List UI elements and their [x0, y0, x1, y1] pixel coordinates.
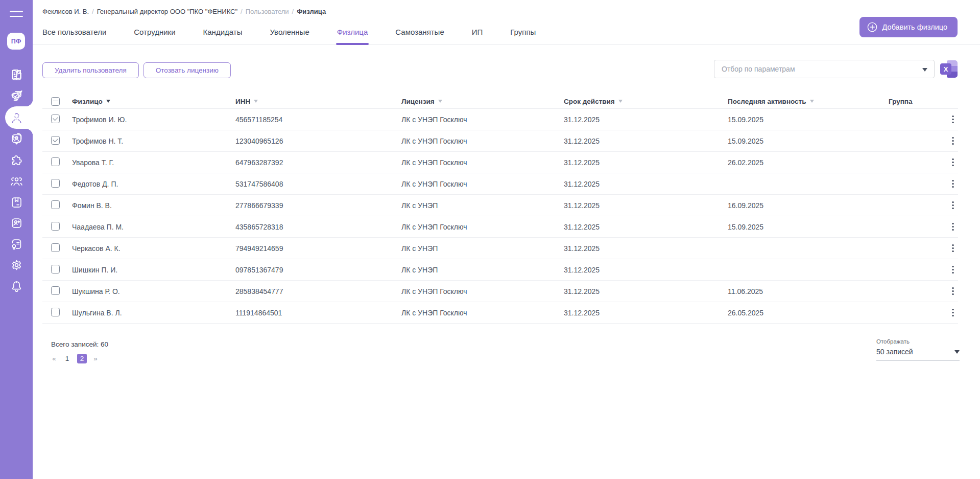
tab-groups[interactable]: Группы	[510, 28, 536, 44]
add-individual-button[interactable]: Добавить физлицо	[859, 17, 958, 37]
next-page-button[interactable]: »	[92, 355, 99, 362]
row-menu-button[interactable]	[949, 156, 957, 168]
row-checkbox[interactable]	[51, 136, 60, 145]
breadcrumb-users[interactable]: Пользователи	[246, 8, 289, 15]
archive-icon	[10, 195, 23, 209]
cell-name: Трофимов Н. Т.	[72, 137, 235, 145]
cell-valid-until: 31.12.2025	[564, 158, 728, 167]
cell-valid-until: 31.12.2025	[564, 266, 728, 274]
excel-export-button[interactable]: X	[940, 60, 958, 78]
cell-inn: 111914864501	[235, 309, 401, 317]
tab-all-users[interactable]: Все пользователи	[42, 28, 106, 44]
breadcrumb-role[interactable]: Генеральный директор ООО "ПКО "ФЕНИКС"	[97, 8, 237, 15]
bell-icon	[10, 279, 23, 293]
row-checkbox[interactable]	[51, 157, 60, 166]
prev-page-button[interactable]: «	[51, 355, 57, 362]
cell-name: Фомин В. В.	[72, 201, 235, 210]
menu-icon[interactable]	[10, 8, 23, 19]
page-size-value: 50 записей	[876, 348, 913, 356]
cell-name: Уварова Т. Г.	[72, 158, 235, 167]
tab-ip[interactable]: ИП	[472, 28, 483, 44]
sort-arrow-icon	[618, 100, 623, 103]
sort-arrow-icon	[438, 100, 442, 103]
column-header-last-activity[interactable]: Последняя активность	[728, 98, 889, 105]
page-size-select[interactable]: Отображать 50 записей	[876, 338, 960, 361]
person-add-icon	[10, 216, 23, 230]
row-checkbox[interactable]	[51, 179, 60, 188]
row-menu-button[interactable]	[949, 221, 957, 233]
row-checkbox[interactable]	[51, 115, 60, 123]
cell-inn: 531747586408	[235, 180, 401, 188]
row-menu-button[interactable]	[949, 285, 957, 297]
row-checkbox[interactable]	[51, 200, 60, 209]
column-header-valid-until[interactable]: Срок действия	[564, 98, 728, 105]
filter-input[interactable]: Отбор по параметрам	[714, 60, 935, 78]
tab-dismissed[interactable]: Уволенные	[270, 28, 309, 44]
main-content: Феклисов И. В./Генеральный директор ООО …	[33, 0, 980, 479]
tab-candidates[interactable]: Кандидаты	[203, 28, 243, 44]
sort-arrow-icon	[106, 100, 110, 103]
page-button-1[interactable]: 1	[63, 354, 71, 363]
cell-name: Шульгина В. Л.	[72, 309, 235, 317]
cell-valid-until: 31.12.2025	[564, 287, 728, 295]
cell-inn: 456571185254	[235, 116, 401, 124]
table-row: Черкасов А. К. 794949214659 ЛК с УНЭП 31…	[42, 238, 958, 259]
cell-last-activity: 16.09.2025	[728, 201, 889, 210]
tab-individuals[interactable]: Физлица	[337, 28, 368, 44]
column-header-name[interactable]: Физлицо	[72, 98, 235, 105]
cell-license: ЛК с УНЭП Госключ	[401, 223, 564, 231]
row-checkbox[interactable]	[51, 286, 60, 295]
breadcrumb-user[interactable]: Феклисов И. В.	[42, 8, 89, 15]
cell-valid-until: 31.12.2025	[564, 244, 728, 253]
tab-bar: Все пользователи Сотрудники Кандидаты Ув…	[33, 0, 980, 45]
cell-license: ЛК с УНЭП Госключ	[401, 116, 564, 124]
cell-last-activity: 11.06.2025	[728, 287, 889, 295]
row-menu-button[interactable]	[949, 242, 957, 254]
tab-employees[interactable]: Сотрудники	[134, 28, 175, 44]
cell-license: ЛК с УНЭП Госключ	[401, 158, 564, 167]
table-row: Шульгина В. Л. 111914864501 ЛК с УНЭП Го…	[42, 302, 958, 324]
row-checkbox[interactable]	[51, 308, 60, 316]
total-records-label: Всего записей: 60	[51, 340, 108, 348]
cell-name: Шишкин П. И.	[72, 266, 235, 274]
row-checkbox[interactable]	[51, 222, 60, 231]
cell-last-activity: 15.09.2025	[728, 223, 889, 231]
row-checkbox[interactable]	[51, 265, 60, 273]
table-row: Фомин В. В. 277866679339 ЛК с УНЭП 31.12…	[42, 195, 958, 216]
sidebar-item-docs-help[interactable]	[0, 64, 33, 85]
sidebar-item-support[interactable]	[0, 85, 33, 106]
cell-valid-until: 31.12.2025	[564, 116, 728, 124]
row-menu-button[interactable]	[949, 264, 957, 276]
row-menu-button[interactable]	[949, 307, 957, 318]
cell-valid-until: 31.12.2025	[564, 201, 728, 210]
column-header-license[interactable]: Лицензия	[401, 98, 564, 105]
chevron-down-icon[interactable]	[922, 68, 927, 72]
page-button-2[interactable]: 2	[77, 354, 87, 363]
select-all-checkbox[interactable]	[51, 97, 60, 106]
revoke-license-button[interactable]: Отозвать лицензию	[144, 62, 231, 78]
row-menu-button[interactable]	[949, 135, 957, 147]
filter-placeholder: Отбор по параметрам	[722, 65, 795, 73]
users-table: Физлицо ИНН Лицензия Срок действия После…	[42, 94, 958, 324]
row-menu-button[interactable]	[949, 113, 957, 125]
tab-self-employed[interactable]: Самозанятые	[395, 28, 444, 44]
row-checkbox[interactable]	[51, 243, 60, 252]
row-menu-button[interactable]	[949, 199, 957, 211]
cell-license: ЛК с УНЭП	[401, 201, 564, 210]
chevron-down-icon	[954, 350, 960, 354]
cell-inn: 435865728318	[235, 223, 401, 231]
cell-license: ЛК с УНЭП Госключ	[401, 180, 564, 188]
delete-user-button[interactable]: Удалить пользователя	[42, 62, 139, 78]
cell-inn: 123040965126	[235, 137, 401, 145]
table-row: Чаадаева П. М. 435865728318 ЛК с УНЭП Го…	[42, 216, 958, 238]
breadcrumb-current: Физлица	[297, 8, 326, 15]
cell-license: ЛК с УНЭП Госключ	[401, 137, 564, 145]
lock-icon	[10, 110, 23, 124]
row-menu-button[interactable]	[949, 178, 957, 190]
cell-name: Черкасов А. К.	[72, 244, 235, 253]
breadcrumb: Феклисов И. В./Генеральный директор ООО …	[42, 8, 326, 15]
table-row: Федотов Д. П. 531747586408 ЛК с УНЭП Гос…	[42, 173, 958, 195]
column-header-inn[interactable]: ИНН	[235, 98, 401, 105]
cell-last-activity: 15.09.2025	[728, 116, 889, 124]
logout-icon	[10, 131, 23, 145]
